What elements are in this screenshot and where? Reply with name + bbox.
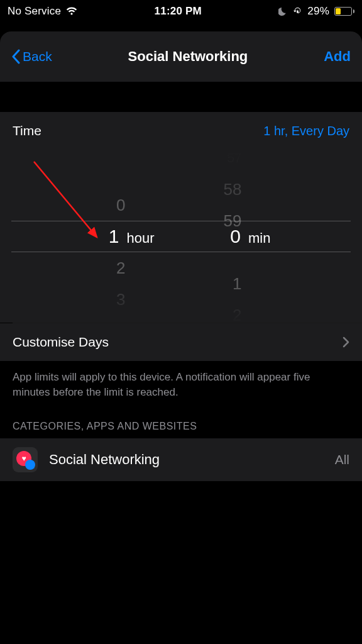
customise-days-label: Customise Days [13, 335, 109, 350]
minutes-wheel[interactable]: 56 57 58 59 1 2 3 [202, 150, 277, 323]
nav-bar: Back Social Networking Add [0, 31, 362, 82]
wheel-item: 57 [202, 150, 277, 174]
time-label: Time [13, 123, 41, 138]
carrier-label: No Service [8, 5, 61, 18]
social-networking-icon: ♥ [13, 447, 38, 472]
status-bar: No Service 11:20 PM 29% [0, 0, 362, 23]
orientation-lock-icon [293, 7, 302, 16]
wheel-item: 0 [85, 189, 161, 221]
wheel-item: 4 [85, 315, 161, 323]
wheel-item: 58 [202, 174, 277, 205]
footer-note: App limits will apply to this device. A … [0, 361, 362, 416]
wifi-icon [66, 7, 77, 16]
category-row[interactable]: ♥ Social Networking All [0, 438, 362, 481]
hours-wheel[interactable]: 0 2 3 4 [85, 150, 161, 323]
back-button[interactable]: Back [11, 49, 52, 64]
battery-pct: 29% [307, 5, 329, 18]
add-button[interactable]: Add [324, 48, 351, 65]
wheel-item: 59 [202, 205, 277, 236]
wheel-item: 2 [85, 252, 161, 284]
time-picker[interactable]: 0 2 3 4 56 57 58 59 1 2 3 1 hour [0, 150, 362, 323]
back-label: Back [23, 49, 52, 64]
page-title: Social Networking [52, 48, 324, 65]
time-row[interactable]: Time 1 hr, Every Day [0, 112, 362, 150]
status-clock: 11:20 PM [155, 5, 202, 18]
chevron-right-icon [343, 336, 349, 348]
category-value: All [335, 452, 349, 467]
time-summary: 1 hr, Every Day [263, 124, 349, 138]
wheel-item: 3 [85, 284, 161, 315]
dnd-moon-icon [278, 7, 288, 16]
svg-rect-1 [297, 10, 299, 11]
category-label: Social Networking [49, 452, 324, 468]
wheel-item: 2 [202, 299, 277, 323]
wheel-item: 1 [202, 268, 277, 299]
battery-icon [334, 7, 354, 16]
section-header: CATEGORIES, APPS AND WEBSITES [0, 416, 362, 438]
customise-days-row[interactable]: Customise Days [0, 323, 362, 361]
